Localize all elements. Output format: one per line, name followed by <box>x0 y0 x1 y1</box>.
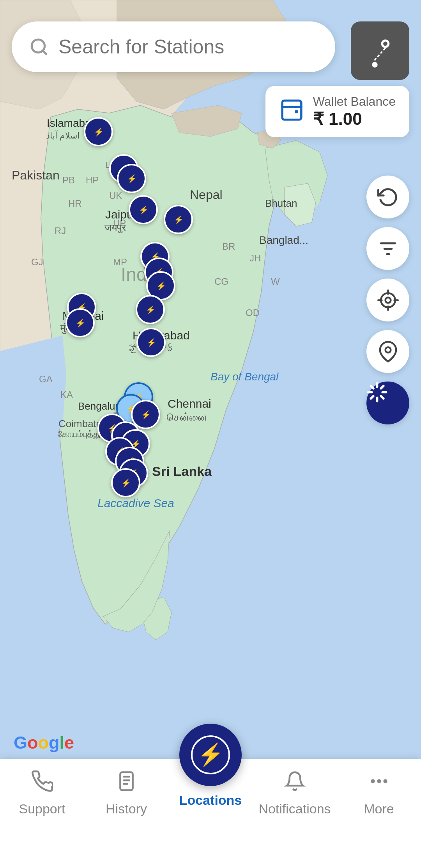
svg-text:Nepal: Nepal <box>190 188 223 202</box>
search-bar[interactable] <box>12 21 335 72</box>
svg-text:⚡: ⚡ <box>141 410 150 419</box>
filter-button[interactable] <box>366 227 409 270</box>
pin-button[interactable] <box>366 330 409 373</box>
support-label: Support <box>19 801 65 817</box>
svg-text:RJ: RJ <box>55 225 66 236</box>
svg-text:BR: BR <box>222 241 235 252</box>
svg-text:OD: OD <box>246 307 260 318</box>
svg-rect-47 <box>295 110 298 113</box>
nav-history[interactable]: History <box>84 767 168 817</box>
svg-text:CG: CG <box>214 276 228 287</box>
station-marker-3[interactable]: ⚡ <box>117 164 146 193</box>
svg-point-53 <box>385 347 391 353</box>
google-logo: G o o g l e <box>14 733 74 753</box>
map-controls <box>366 176 409 424</box>
svg-text:GJ: GJ <box>31 257 43 267</box>
svg-line-43 <box>43 51 46 54</box>
svg-text:जयपुर: जयपुर <box>104 222 126 233</box>
svg-point-51 <box>385 297 391 303</box>
wallet-icon <box>279 96 304 127</box>
svg-text:HR: HR <box>68 198 82 209</box>
station-marker-22[interactable]: ⚡ <box>111 468 140 497</box>
svg-text:JH: JH <box>249 253 261 263</box>
svg-text:⚡: ⚡ <box>121 478 131 488</box>
refresh-button[interactable] <box>366 176 409 218</box>
svg-text:W: W <box>271 276 280 287</box>
svg-text:Bay of Bengal: Bay of Bengal <box>210 371 279 383</box>
svg-text:⚡: ⚡ <box>156 281 166 291</box>
svg-text:Pakistan: Pakistan <box>12 168 60 182</box>
route-button[interactable] <box>351 21 409 80</box>
svg-point-105 <box>378 780 380 782</box>
svg-point-46 <box>372 62 377 67</box>
phone-icon <box>32 770 53 797</box>
search-icon <box>29 37 49 57</box>
svg-point-45 <box>383 42 387 46</box>
more-label: More <box>364 801 394 817</box>
svg-text:Bhutan: Bhutan <box>265 197 297 209</box>
svg-text:⚡: ⚡ <box>145 305 155 314</box>
svg-text:GA: GA <box>39 374 53 384</box>
svg-text:اسلام آباد: اسلام آباد <box>46 130 80 141</box>
svg-text:⚡: ⚡ <box>146 338 156 347</box>
search-input[interactable] <box>58 36 318 58</box>
svg-point-104 <box>372 780 374 782</box>
svg-text:HP: HP <box>86 175 99 185</box>
svg-text:சென்னை: சென்னை <box>167 411 207 423</box>
svg-text:Sri Lanka: Sri Lanka <box>152 464 212 479</box>
station-marker-5[interactable]: ⚡ <box>164 205 193 234</box>
svg-text:Chennai: Chennai <box>168 397 211 410</box>
wallet-info: Wallet Balance ₹ 1.00 <box>313 94 396 129</box>
bell-icon <box>284 770 306 797</box>
station-marker-4[interactable]: ⚡ <box>129 195 158 224</box>
loading-button[interactable] <box>366 382 409 424</box>
history-label: History <box>106 801 147 817</box>
svg-text:Laccadive Sea: Laccadive Sea <box>97 497 174 509</box>
svg-text:⚡: ⚡ <box>197 742 224 767</box>
nav-more[interactable]: More <box>337 767 421 817</box>
station-marker-11[interactable]: ⚡ <box>136 295 165 324</box>
svg-text:⚡: ⚡ <box>138 205 148 215</box>
locate-button[interactable] <box>366 279 409 321</box>
svg-text:KA: KA <box>60 389 73 400</box>
wallet-amount: ₹ 1.00 <box>313 109 396 129</box>
wallet-label: Wallet Balance <box>313 94 396 109</box>
nav-support[interactable]: Support <box>0 767 84 817</box>
station-marker-12[interactable]: ⚡ <box>136 328 166 357</box>
svg-point-106 <box>384 780 386 782</box>
svg-text:⚡: ⚡ <box>173 215 183 224</box>
more-icon <box>368 770 390 797</box>
svg-point-52 <box>381 293 395 307</box>
station-marker-1[interactable]: ⚡ <box>84 117 113 146</box>
notifications-label: Notifications <box>258 801 331 817</box>
nav-notifications[interactable]: Notifications <box>253 767 337 817</box>
svg-text:Banglad...: Banglad... <box>259 234 308 246</box>
locations-label: Locations <box>179 793 242 808</box>
center-locations-button[interactable]: ⚡ <box>179 724 242 786</box>
svg-text:⚡: ⚡ <box>94 127 103 137</box>
svg-text:⚡: ⚡ <box>127 174 136 183</box>
history-icon <box>116 770 137 797</box>
wallet-card: Wallet Balance ₹ 1.00 <box>265 86 409 137</box>
station-marker-10[interactable]: ⚡ <box>65 308 95 337</box>
svg-text:PB: PB <box>62 175 75 185</box>
svg-text:⚡: ⚡ <box>75 318 85 328</box>
